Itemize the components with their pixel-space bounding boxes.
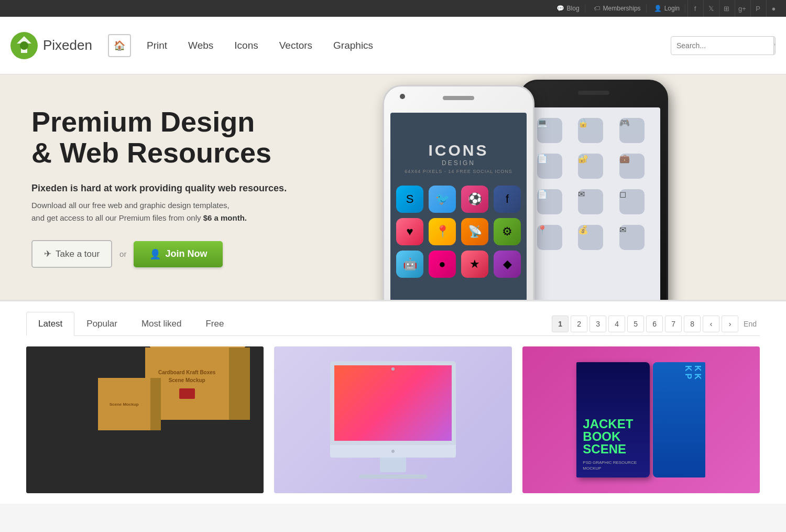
social-icons: f 𝕏 ⊞ g+ P ● <box>687 0 781 17</box>
join-now-button[interactable]: 👤 Join Now <box>134 241 223 267</box>
light-icon-5: 🔐 <box>578 154 603 179</box>
phone-camera-white <box>400 94 405 99</box>
app-icon-twitter: 🐦 <box>429 186 456 213</box>
login-label: Login <box>664 5 680 12</box>
page-1[interactable]: 1 <box>552 316 569 332</box>
search-box: 🔍 <box>671 36 776 55</box>
nav-icons[interactable]: Icons <box>234 40 258 51</box>
top-bar: 💬 Blog 🏷 Memberships 👤 Login f 𝕏 ⊞ g+ P … <box>0 0 786 17</box>
googleplus-icon[interactable]: g+ <box>735 0 749 17</box>
facebook-icon[interactable]: f <box>687 0 702 17</box>
icons-subtitle: DESIGN <box>405 159 512 167</box>
header: Pixeden 🏠 Print Webs Icons Vectors Graph… <box>0 17 786 74</box>
imac-screen <box>330 361 456 445</box>
search-input[interactable] <box>671 41 773 50</box>
app-icon-extra2: ◆ <box>494 251 521 278</box>
card-book[interactable]: JACKETBOOKSCENE PSD GRAPHIC RESOURCE MOC… <box>522 346 760 493</box>
svg-point-1 <box>20 41 28 50</box>
rss-icon[interactable]: ⊞ <box>719 0 734 17</box>
app-icon-dribbble: ⚽ <box>461 186 488 213</box>
light-icon-1: 💻 <box>537 118 562 143</box>
nav-vectors[interactable]: Vectors <box>279 40 312 51</box>
phone-container: ICONS DESIGN 64X64 PIXELS - 14 FREE SOCI… <box>356 74 786 300</box>
take-tour-button[interactable]: ✈ Take a tour <box>31 240 112 268</box>
page-6[interactable]: 6 <box>646 316 663 332</box>
light-icon-3: 🎮 <box>619 118 645 143</box>
tab-free[interactable]: Free <box>193 312 236 336</box>
tab-most-liked[interactable]: Most liked <box>129 312 194 336</box>
home-button[interactable]: 🏠 <box>108 34 131 57</box>
tabs-row: Latest Popular Most liked Free 1 2 3 4 5… <box>26 312 760 336</box>
memberships-label: Memberships <box>603 5 641 12</box>
search-icon: 🔍 <box>774 41 776 50</box>
join-icon: 👤 <box>149 248 161 260</box>
memberships-icon: 🏷 <box>593 4 601 13</box>
page-5[interactable]: 5 <box>627 316 644 332</box>
page-8[interactable]: 8 <box>684 316 701 332</box>
card-grid: Cardboard Kraft BoxesScene Mockup Scene … <box>26 346 760 493</box>
misc-icon[interactable]: ● <box>766 0 781 17</box>
page-4[interactable]: 4 <box>608 316 625 332</box>
app-icon-flickr: ● <box>429 251 456 278</box>
app-icon-robot: 🤖 <box>396 251 423 278</box>
hero-title: Premium Design& Web Resources <box>31 106 287 169</box>
hero-subtitle: Pixeden is hard at work providing qualit… <box>31 183 287 194</box>
app-icon-appstore: ⚙ <box>494 218 521 245</box>
login-icon: 👤 <box>654 4 662 13</box>
twitter-icon[interactable]: 𝕏 <box>703 0 718 17</box>
light-icon-11: 💰 <box>578 225 603 250</box>
logo-text: Pixeden <box>43 37 92 53</box>
light-icon-8: ✉ <box>578 189 603 214</box>
app-icon-rss: 📡 <box>461 218 488 245</box>
end-label: End <box>740 320 760 328</box>
page-2[interactable]: 2 <box>571 316 587 332</box>
pagination: 1 2 3 4 5 6 7 8 ‹ › End <box>552 316 760 332</box>
hero-description: Download all our free web and graphic de… <box>31 199 287 224</box>
phone-black: 💻 🔒 🎮 📄 🔐 💼 📄 ✉ ◻ 📍 💰 ✉ <box>519 80 668 300</box>
hero-content: Premium Design& Web Resources Pixeden is… <box>0 80 318 295</box>
light-icon-6: 💼 <box>619 154 645 179</box>
hero-phones: ICONS DESIGN 64X64 PIXELS - 14 FREE SOCI… <box>356 74 786 300</box>
blog-icon: 💬 <box>556 4 565 13</box>
app-icon-heart: ♥ <box>396 218 423 245</box>
phone-screen-dark: ICONS DESIGN 64X64 PIXELS - 14 FREE SOCI… <box>390 113 527 300</box>
card-imac[interactable] <box>274 346 511 493</box>
or-separator: or <box>119 249 126 258</box>
light-icon-10: 📍 <box>537 225 562 250</box>
imac-mockup <box>330 361 456 479</box>
logo[interactable]: Pixeden <box>10 32 92 59</box>
phone-white: ICONS DESIGN 64X64 PIXELS - 14 FREE SOCI… <box>383 85 534 300</box>
app-icon-maps: 📍 <box>429 218 456 245</box>
icons-size: 64X64 PIXELS - 14 FREE SOCIAL ICONS <box>405 169 512 174</box>
home-icon: 🏠 <box>114 40 125 51</box>
nav-webs[interactable]: Webs <box>188 40 213 51</box>
phone-speaker-black <box>578 91 609 95</box>
page-7[interactable]: 7 <box>665 316 682 332</box>
pinterest-icon[interactable]: P <box>750 0 765 17</box>
light-icon-2: 🔒 <box>578 118 603 143</box>
main-nav: Print Webs Icons Vectors Graphics <box>147 40 660 51</box>
logo-icon <box>10 32 38 59</box>
prev-page-button[interactable]: ‹ <box>703 316 719 332</box>
tab-popular[interactable]: Popular <box>74 312 129 336</box>
light-icon-4: 📄 <box>537 154 562 179</box>
login-link[interactable]: 👤 Login <box>649 4 685 13</box>
blog-link[interactable]: 💬 Blog <box>551 4 585 13</box>
phone-screen-light: 💻 🔒 🎮 📄 🔐 💼 📄 ✉ ◻ 📍 💰 ✉ <box>527 107 660 300</box>
nav-print[interactable]: Print <box>147 40 167 51</box>
app-icon-extra1: ★ <box>461 251 488 278</box>
nav-graphics[interactable]: Graphics <box>333 40 373 51</box>
search-button[interactable]: 🔍 <box>773 36 776 55</box>
card-boxes[interactable]: Cardboard Kraft BoxesScene Mockup Scene … <box>26 346 264 493</box>
hero-buttons: ✈ Take a tour or 👤 Join Now <box>31 240 287 268</box>
app-icon-skype: S <box>396 186 423 213</box>
hero-section: Premium Design& Web Resources Pixeden is… <box>0 74 786 300</box>
light-icon-9: ◻ <box>619 189 645 214</box>
next-page-button[interactable]: › <box>722 316 738 332</box>
tab-latest[interactable]: Latest <box>26 312 74 336</box>
page-3[interactable]: 3 <box>590 316 606 332</box>
memberships-link[interactable]: 🏷 Memberships <box>587 4 647 13</box>
app-icon-facebook: f <box>494 186 521 213</box>
tour-icon: ✈ <box>44 248 51 259</box>
light-icon-12: ✉ <box>619 225 645 250</box>
